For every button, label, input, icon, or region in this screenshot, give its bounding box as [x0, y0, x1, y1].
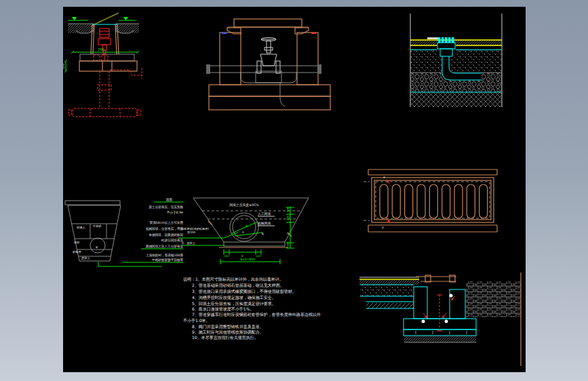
note-line: 说明：1、本图尺寸除标高以米计外，其余均以毫米计。 [183, 277, 283, 282]
cad-sheet: 700 100 [63, 7, 526, 372]
note-c: 两侧回填土应人工分层夯实 [146, 244, 184, 249]
note-line: 2、管道基础采用砂砾石垫层基础，做法见大样图。 [192, 283, 284, 288]
valve-assembly [98, 28, 111, 60]
backfill-title: 回填土压实度≥95% [229, 203, 259, 207]
note-line: 5、回填土应分层夯实，压实度满足设计要求。 [192, 301, 276, 306]
weep-hole-symbol [445, 320, 448, 323]
note-a1: 原土分层夯实，压实系数 [148, 205, 183, 209]
drawing-channel-section [359, 273, 521, 366]
dim-total-width: B=D+800 [240, 258, 254, 261]
pipe-label: Φ [96, 245, 98, 249]
layer-label: 粗砂 [74, 241, 80, 244]
weep-hole-symbol [450, 294, 453, 298]
note-line: 10、未尽事宜按现行有关规范执行。 [192, 335, 258, 340]
note-line: 4、沟槽开挖时应按规定放坡，确保施工安全。 [192, 295, 276, 300]
dim-100: 100 [286, 242, 290, 247]
layer-label: 回填土 [77, 226, 85, 229]
note-line: 3、管道接口采用承插式橡胶圈接口，不得使用破损管材。 [192, 289, 296, 294]
note-line: 不小于1.0米。 [183, 318, 210, 323]
note-b4: 时进行回填夯实 [161, 238, 184, 243]
note-a2: 不小于0.94 [167, 210, 183, 214]
drawing-valve-chamber-section [206, 19, 330, 110]
drawing-drain-detail [410, 14, 502, 107]
dim-d: D [286, 233, 290, 235]
drawing-trench-layers-section: 回填土 中粗砂 粗砂 砂垫层 原状土 Φ 路面 原土分层夯实，压实系数 不小于0… [65, 197, 183, 266]
level-symbol-icon [123, 17, 128, 20]
note-b3: 单侧回填，应两侧对称同 [148, 233, 183, 237]
right-dimension-chain: 200 300 D 100 [286, 207, 294, 248]
section-marker-label: A [383, 176, 385, 179]
level-symbol-icon [72, 17, 77, 20]
note-d2: 中粗砂垫层整平后铺管 [152, 258, 183, 262]
pipe-ring [230, 213, 258, 241]
dim-100-right: 100 [256, 255, 262, 258]
weep-hole-symbol [422, 320, 425, 323]
layer-label: 中粗砂 [93, 224, 102, 228]
compaction-symbol: ℄ [261, 231, 264, 235]
grate-slots [380, 184, 488, 218]
general-notes: 说明：1、本图尺寸除标高以米计外，其余均以毫米计。 2、管道基础采用砂砾石垫层基… [183, 277, 321, 340]
drawing-valve-well-section: 700 100 [63, 13, 142, 117]
well-width-dim: 700 [98, 47, 104, 52]
note-d1: 土质较好时，基底铺100厚 [146, 253, 183, 258]
gate-valve [257, 38, 280, 74]
note-line: 7、管道穿越车行道时应设钢筋砼套管保护，套管长度伸出路基边线以外 [192, 312, 321, 317]
note-line: 9、施工时应与其他管线统筹协调配合。 [192, 329, 264, 335]
bottom-dimension-chain: 100 D 100 B=D+800 [220, 249, 280, 264]
manual-fill-label: 人工回填 [258, 212, 271, 216]
machine-fill-label: 机械回填 [258, 222, 271, 225]
note-line: 8、阀门井盖采用重型铸铁井盖及盖座。 [192, 324, 264, 329]
drawing-grate-plan: A A [364, 169, 497, 232]
surface-label: 路面 [166, 197, 173, 202]
subgrade-note: D、原状土 [182, 241, 196, 245]
note-b1: 管顶50cm以上方可采用 [149, 220, 183, 225]
layer-label: 原状土 [81, 256, 90, 260]
dim-200: 200 [286, 207, 290, 212]
bedding-note-2: 厚100 [187, 230, 196, 234]
drawing-canvas: 700 100 [63, 7, 526, 372]
section-marker-label: A [382, 226, 384, 229]
well-depth-dim: 100 [63, 63, 65, 69]
buried-pipe-dashed [68, 68, 142, 117]
note-line: 6、雨水口连接管坡度不小于1%。 [192, 306, 254, 312]
dim-100-left: 100 [224, 255, 230, 258]
dim-300: 300 [286, 215, 290, 220]
pipe-dia-label: Φ [246, 224, 248, 228]
layer-label: 砂垫层 [72, 250, 81, 254]
cad-viewer-window: 700 100 [0, 0, 588, 381]
leader-line [93, 13, 119, 25]
drawing-trench-pipe-section: 回填土压实度≥95% 人工回填 机械回填 ℄ Φ D C15砼基础(或砂砾垫层)… [178, 198, 309, 264]
brick-masonry [466, 281, 521, 317]
pipe-d-label: D [242, 230, 244, 234]
